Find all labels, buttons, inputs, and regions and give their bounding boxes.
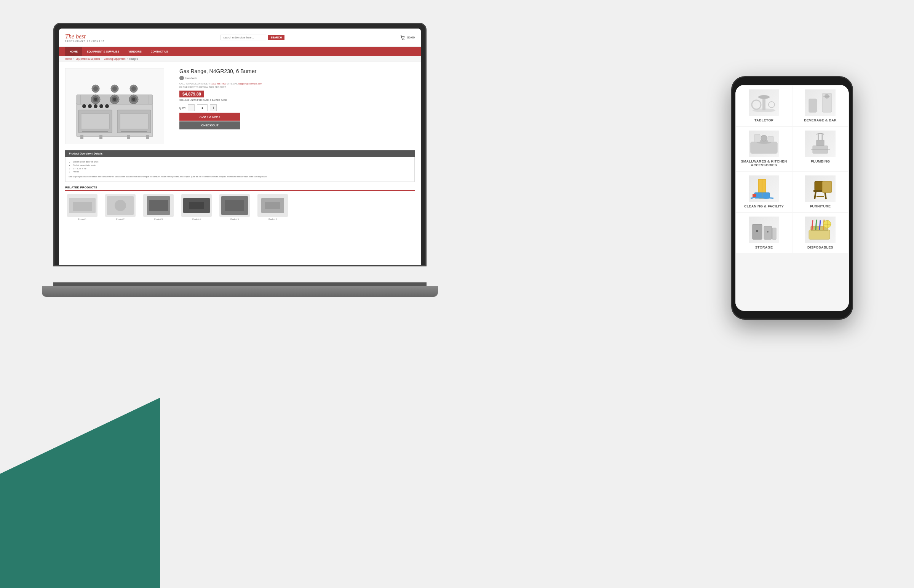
svg-rect-35	[146, 135, 149, 139]
qty-input[interactable]	[197, 104, 207, 111]
svg-line-82	[812, 220, 813, 230]
related-item-4[interactable]: Product 4	[180, 194, 214, 220]
search-button[interactable]: SEARCH	[268, 35, 285, 40]
related-products-title: RELATED PRODUCTS	[65, 186, 415, 191]
related-img-6	[257, 194, 288, 217]
smallwares-label: SMALLWARES & KITCHEN ACCESSORIES	[739, 160, 789, 167]
related-item-1[interactable]: Product 1	[65, 194, 99, 220]
svg-rect-33	[99, 135, 102, 139]
app-category-smallwares[interactable]: SMALLWARES & KITCHEN ACCESSORIES	[736, 127, 792, 171]
storage-label: STORAGE	[755, 246, 773, 249]
svg-rect-60	[768, 136, 773, 142]
related-item-2[interactable]: Product 2	[103, 194, 138, 220]
svg-rect-80	[809, 230, 830, 239]
svg-rect-76	[764, 226, 772, 239]
svg-point-6	[94, 98, 97, 101]
phone-number[interactable]: (123) 456-7890	[210, 82, 226, 85]
product-title: Gas Range, N4GR230, 6 Burner	[180, 68, 415, 74]
svg-rect-37	[73, 202, 92, 211]
bg-decorative-shape	[0, 398, 160, 588]
svg-point-18	[131, 86, 136, 91]
email-link[interactable]: support@example.com	[238, 82, 262, 85]
app-category-cleaning[interactable]: CLEANING & FACILITY	[736, 172, 792, 212]
logo-sub: RESTAURANT EQUIPMENT	[65, 40, 105, 42]
svg-rect-49	[762, 97, 765, 110]
svg-rect-34	[127, 135, 130, 139]
related-item-5[interactable]: Product 5	[217, 194, 252, 220]
svg-rect-63	[817, 140, 824, 146]
laptop-mockup: The best RESTAURANT EQUIPMENT SEARCH	[53, 23, 434, 297]
laptop-hinge	[53, 283, 427, 286]
app-category-tabletop[interactable]: TABLETOP	[736, 86, 792, 126]
breadcrumb: Home › Equipment & Supplies › Cooking Eq…	[59, 56, 421, 62]
laptop-base	[42, 286, 438, 297]
breadcrumb-cooking[interactable]: Cooking Equipment	[104, 58, 126, 60]
nav-vendors[interactable]: VENDORS	[124, 47, 146, 56]
brand-icon	[180, 76, 184, 80]
svg-line-71	[815, 192, 816, 199]
svg-rect-54	[809, 99, 817, 112]
svg-line-72	[825, 192, 826, 199]
nav-contact[interactable]: CONTACT US	[146, 47, 173, 56]
qty-row: QTY: − +	[180, 104, 415, 111]
product-overview: Product Overview / Details Lorem ipsum d…	[65, 150, 415, 182]
website-content: The best RESTAURANT EQUIPMENT SEARCH	[59, 29, 421, 265]
checkout-button[interactable]: CHECKOUT	[180, 121, 240, 129]
plumbing-image	[805, 131, 836, 157]
svg-point-61	[761, 135, 767, 141]
breadcrumb-current: Ranges	[129, 58, 138, 60]
disposables-image	[805, 216, 836, 243]
svg-rect-22	[81, 114, 109, 129]
svg-point-9	[113, 98, 116, 101]
storage-image	[749, 216, 779, 243]
svg-point-79	[767, 231, 768, 233]
phone-body: TABLETOP BEVERAGE & BAR	[731, 76, 853, 320]
svg-rect-74	[822, 181, 832, 192]
related-item-3[interactable]: Product 3	[141, 194, 176, 220]
plumbing-label: PLUMBING	[811, 160, 830, 163]
related-name-4: Product 4	[180, 218, 214, 220]
qty-increase-button[interactable]: +	[210, 104, 217, 111]
svg-rect-45	[225, 200, 244, 211]
svg-rect-25	[120, 114, 148, 129]
svg-point-78	[756, 230, 758, 232]
app-category-plumbing[interactable]: PLUMBING	[793, 127, 848, 171]
product-image	[69, 72, 160, 141]
tabletop-label: TABLETOP	[754, 118, 773, 122]
qty-label: QTY:	[180, 107, 186, 109]
product-image-box	[65, 68, 164, 144]
app-category-disposables[interactable]: DISPOSABLES	[793, 213, 848, 253]
svg-line-84	[820, 220, 820, 230]
add-to-cart-button[interactable]: ADD TO CART	[180, 113, 240, 121]
disposables-label: DISPOSABLES	[807, 246, 833, 249]
related-img-5	[219, 194, 250, 217]
svg-point-51	[752, 100, 761, 109]
breadcrumb-home[interactable]: Home	[65, 58, 71, 60]
search-input[interactable]	[220, 35, 266, 40]
app-category-beverage[interactable]: BEVERAGE & BAR	[793, 86, 848, 126]
svg-point-1	[404, 39, 404, 40]
review-label[interactable]: BE THE FIRST TO REVIEW THIS PRODUCT	[180, 86, 415, 88]
smallwares-image	[749, 131, 779, 157]
qty-decrease-button[interactable]: −	[188, 104, 195, 111]
svg-point-50	[758, 95, 770, 99]
svg-rect-23	[82, 131, 108, 132]
laptop-body: The best RESTAURANT EQUIPMENT SEARCH	[53, 23, 427, 267]
related-name-1: Product 1	[65, 218, 99, 220]
phone-line: CALL TO PLACE AN ORDER: (123) 456-7890 O…	[180, 82, 415, 85]
app-category-furniture[interactable]: FURNITURE	[793, 172, 848, 212]
related-img-4	[181, 194, 212, 217]
logo[interactable]: The best RESTAURANT EQUIPMENT	[65, 33, 105, 42]
svg-point-39	[115, 200, 126, 211]
app-content: TABLETOP BEVERAGE & BAR	[735, 85, 849, 311]
nav-equipment[interactable]: EQUIPMENT & SUPPLIES	[82, 47, 124, 56]
app-category-storage[interactable]: STORAGE	[736, 213, 792, 253]
svg-point-30	[99, 104, 103, 108]
cart-area[interactable]: $0.00	[400, 36, 415, 40]
svg-point-16	[112, 86, 117, 91]
selling-units: SELLING UNITS PER CASE: 1 EA PER CASE	[180, 99, 415, 101]
nav-home[interactable]: HOME	[65, 47, 82, 56]
related-item-6[interactable]: Product 6	[256, 194, 290, 220]
beverage-image	[805, 89, 836, 116]
breadcrumb-equipment[interactable]: Equipment & Supplies	[76, 58, 100, 60]
